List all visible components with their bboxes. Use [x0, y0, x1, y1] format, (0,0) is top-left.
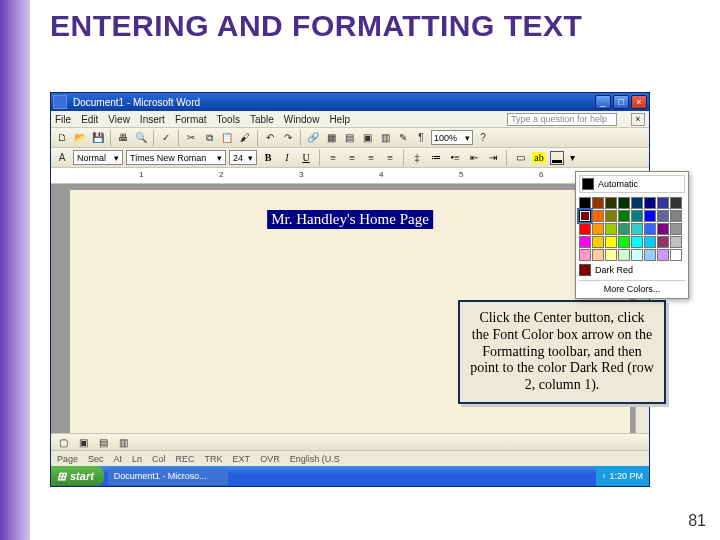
- color-swatch-r3-c5[interactable]: [631, 223, 643, 235]
- color-swatch-r3-c2[interactable]: [592, 223, 604, 235]
- zoom-combo[interactable]: 100%▾: [431, 130, 473, 145]
- view-outline-icon[interactable]: ▥: [115, 434, 131, 450]
- italic-button[interactable]: I: [279, 150, 295, 166]
- menu-file[interactable]: File: [55, 114, 71, 125]
- font-combo[interactable]: Times New Roman▾: [126, 150, 226, 165]
- cut-icon[interactable]: ✂: [183, 130, 199, 146]
- decrease-indent-button[interactable]: ⇤: [466, 150, 482, 166]
- increase-indent-button[interactable]: ⇥: [485, 150, 501, 166]
- color-swatch-r5-c1[interactable]: [579, 249, 591, 261]
- insert-table-icon[interactable]: ▤: [341, 130, 357, 146]
- start-button[interactable]: ⊞ start: [51, 466, 104, 486]
- style-combo[interactable]: Normal▾: [73, 150, 123, 165]
- font-size-combo[interactable]: 24▾: [229, 150, 257, 165]
- more-colors-button[interactable]: More Colors...: [579, 280, 685, 295]
- menu-help[interactable]: Help: [329, 114, 350, 125]
- menu-insert[interactable]: Insert: [140, 114, 165, 125]
- font-color-arrow[interactable]: ▾: [567, 150, 577, 166]
- paste-icon[interactable]: 📋: [219, 130, 235, 146]
- color-swatch-r5-c3[interactable]: [605, 249, 617, 261]
- color-swatch-r2-c5[interactable]: [631, 210, 643, 222]
- tables-borders-icon[interactable]: ▦: [323, 130, 339, 146]
- view-web-icon[interactable]: ▣: [75, 434, 91, 450]
- color-swatch-r4-c2[interactable]: [592, 236, 604, 248]
- color-swatch-r4-c3[interactable]: [605, 236, 617, 248]
- color-swatch-r2-c6[interactable]: [644, 210, 656, 222]
- numbered-list-button[interactable]: ≔: [428, 150, 444, 166]
- redo-icon[interactable]: ↷: [280, 130, 296, 146]
- doc-close-button[interactable]: ×: [631, 113, 645, 126]
- color-swatch-r5-c4[interactable]: [618, 249, 630, 261]
- color-swatch-r5-c7[interactable]: [657, 249, 669, 261]
- align-right-button[interactable]: ≡: [363, 150, 379, 166]
- underline-button[interactable]: U: [298, 150, 314, 166]
- columns-icon[interactable]: ▥: [377, 130, 393, 146]
- color-swatch-r2-c4[interactable]: [618, 210, 630, 222]
- color-swatch-r2-c2[interactable]: [592, 210, 604, 222]
- color-swatch-r1-c1[interactable]: [579, 197, 591, 209]
- print-icon[interactable]: 🖶: [115, 130, 131, 146]
- align-center-button[interactable]: ≡: [344, 150, 360, 166]
- spellcheck-icon[interactable]: ✓: [158, 130, 174, 146]
- color-swatch-r3-c3[interactable]: [605, 223, 617, 235]
- copy-icon[interactable]: ⧉: [201, 130, 217, 146]
- color-swatch-r1-c7[interactable]: [657, 197, 669, 209]
- color-swatch-r3-c1[interactable]: [579, 223, 591, 235]
- undo-icon[interactable]: ↶: [262, 130, 278, 146]
- color-swatch-r3-c6[interactable]: [644, 223, 656, 235]
- color-swatch-r4-c6[interactable]: [644, 236, 656, 248]
- doc-map-icon[interactable]: ¶: [413, 130, 429, 146]
- format-painter-icon[interactable]: 🖌: [237, 130, 253, 146]
- minimize-button[interactable]: _: [595, 95, 611, 109]
- color-swatch-r4-c5[interactable]: [631, 236, 643, 248]
- maximize-button[interactable]: □: [613, 95, 629, 109]
- highlight-button[interactable]: ab: [531, 150, 547, 166]
- horizontal-ruler[interactable]: 1 2 3 4 5 6: [51, 168, 649, 184]
- color-swatch-r4-c1[interactable]: [579, 236, 591, 248]
- color-swatch-r5-c5[interactable]: [631, 249, 643, 261]
- view-print-icon[interactable]: ▤: [95, 434, 111, 450]
- borders-button[interactable]: ▭: [512, 150, 528, 166]
- menu-edit[interactable]: Edit: [81, 114, 98, 125]
- color-swatch-r1-c6[interactable]: [644, 197, 656, 209]
- color-swatch-r1-c5[interactable]: [631, 197, 643, 209]
- excel-icon[interactable]: ▣: [359, 130, 375, 146]
- menu-window[interactable]: Window: [284, 114, 320, 125]
- justify-button[interactable]: ≡: [382, 150, 398, 166]
- save-icon[interactable]: 💾: [90, 130, 106, 146]
- menu-table[interactable]: Table: [250, 114, 274, 125]
- close-button[interactable]: ×: [631, 95, 647, 109]
- bold-button[interactable]: B: [260, 150, 276, 166]
- color-swatch-r2-c1[interactable]: [579, 210, 591, 222]
- menu-tools[interactable]: Tools: [217, 114, 240, 125]
- color-swatch-r5-c6[interactable]: [644, 249, 656, 261]
- menu-view[interactable]: View: [108, 114, 130, 125]
- color-swatch-r4-c7[interactable]: [657, 236, 669, 248]
- color-swatch-r2-c3[interactable]: [605, 210, 617, 222]
- color-swatch-r4-c8[interactable]: [670, 236, 682, 248]
- system-tray[interactable]: ‹ 1:20 PM: [596, 466, 649, 486]
- view-normal-icon[interactable]: ▢: [55, 434, 71, 450]
- color-swatch-r1-c2[interactable]: [592, 197, 604, 209]
- automatic-color-row[interactable]: Automatic: [579, 175, 685, 193]
- bulleted-list-button[interactable]: •≡: [447, 150, 463, 166]
- color-swatch-r2-c7[interactable]: [657, 210, 669, 222]
- color-swatch-r3-c7[interactable]: [657, 223, 669, 235]
- menu-format[interactable]: Format: [175, 114, 207, 125]
- color-swatch-r3-c4[interactable]: [618, 223, 630, 235]
- color-swatch-r1-c4[interactable]: [618, 197, 630, 209]
- line-spacing-button[interactable]: ‡: [409, 150, 425, 166]
- help-icon[interactable]: ?: [475, 130, 491, 146]
- font-color-button[interactable]: [550, 151, 564, 165]
- selected-text[interactable]: Mr. Handley's Home Page: [267, 210, 433, 229]
- new-doc-icon[interactable]: 🗋: [54, 130, 70, 146]
- color-swatch-r1-c8[interactable]: [670, 197, 682, 209]
- color-swatch-r5-c2[interactable]: [592, 249, 604, 261]
- color-swatch-r1-c3[interactable]: [605, 197, 617, 209]
- help-search-input[interactable]: Type a question for help: [507, 113, 617, 126]
- align-left-button[interactable]: ≡: [325, 150, 341, 166]
- color-swatch-r4-c4[interactable]: [618, 236, 630, 248]
- color-swatch-r2-c8[interactable]: [670, 210, 682, 222]
- styles-pane-icon[interactable]: A: [54, 150, 70, 166]
- drawing-icon[interactable]: ✎: [395, 130, 411, 146]
